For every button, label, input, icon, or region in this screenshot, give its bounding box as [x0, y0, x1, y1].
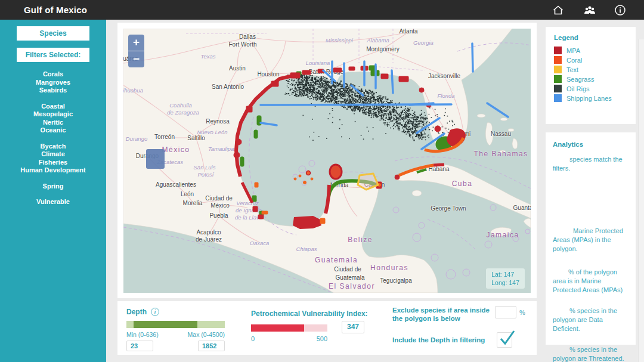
- map-label: Guatemala: [315, 256, 358, 264]
- main-content: d JuárezDallasFort WorthAustinHoustonSan…: [106, 20, 644, 362]
- sidebar: Species Filters Selected: CoralsMangrove…: [0, 20, 106, 362]
- filter-human-development[interactable]: Human Development: [0, 166, 106, 175]
- map-label: Puebla: [209, 212, 228, 219]
- map-label: Baton Rouge: [309, 69, 343, 75]
- filter-mesopelagic[interactable]: Mesopelagic: [0, 110, 106, 119]
- analytics-line: % of the polygon area is in Marine Prote…: [553, 268, 628, 295]
- lat-label: Lat:: [491, 271, 502, 278]
- admin-boundaries: [186, 29, 425, 70]
- long-value: 147: [509, 279, 519, 286]
- legend-item-seagrass: Seagrass: [554, 75, 627, 83]
- topbar: Gulf of Mexico: [0, 0, 644, 20]
- map-label: Cancún: [364, 181, 385, 188]
- include-depth-label: Include the Depth in filtering: [392, 336, 495, 344]
- map-label: Nassau: [491, 131, 511, 137]
- depth-min-label: Min (0-636): [126, 331, 159, 338]
- depth-info-icon[interactable]: i: [151, 308, 159, 316]
- landmass: [123, 29, 531, 293]
- info-icon[interactable]: [614, 4, 626, 16]
- map-label: Mississippi: [326, 37, 353, 44]
- filter-seabirds[interactable]: Seabirds: [0, 86, 106, 95]
- filter-climate[interactable]: Climate: [0, 150, 106, 159]
- filter-list: CoralsMangrovesSeabirdsCoastalMesopelagi…: [0, 70, 106, 206]
- map-label: Oaxaca: [250, 240, 270, 246]
- drawn-polygon[interactable]: [358, 174, 378, 190]
- users-icon[interactable]: [583, 4, 595, 16]
- long-label: Long:: [491, 279, 507, 286]
- pvi-fill: [251, 324, 304, 332]
- map-label: Reynosa: [206, 118, 229, 125]
- map-label: Austin: [229, 65, 246, 72]
- map-label: Houston: [257, 71, 279, 78]
- map-label: Cuba: [452, 180, 473, 188]
- legend-label: Shipping Lanes: [566, 95, 612, 102]
- map-label: Coahuila: [169, 102, 192, 109]
- filter-group: CoralsMangrovesSeabirds: [0, 70, 106, 95]
- depth-max-input[interactable]: [198, 341, 225, 351]
- filter-bycatch[interactable]: Bycatch: [0, 143, 106, 151]
- depth-filter-checkmark: [501, 331, 514, 344]
- filters-selected-button[interactable]: Filters Selected:: [17, 48, 89, 62]
- legend-items: MPACoralTextSeagrassOil RigsShipping Lan…: [554, 47, 627, 102]
- include-depth-checkbox[interactable]: [497, 332, 512, 348]
- map-label: México: [210, 202, 230, 209]
- shipping-lanes-layer: [261, 44, 508, 149]
- ocean: [123, 29, 531, 293]
- legend-label: Seagrass: [566, 76, 594, 83]
- checkmark-icon: [498, 329, 516, 346]
- coral-layer: [255, 138, 463, 224]
- map-basemap: [123, 29, 531, 293]
- filter-neritic[interactable]: Neritic: [0, 119, 106, 127]
- depth-slider[interactable]: [126, 321, 225, 328]
- exclude-percent-input[interactable]: [495, 306, 516, 318]
- map-label: Ciudad de: [334, 266, 361, 273]
- home-icon[interactable]: [552, 4, 564, 16]
- filter-vulnerable[interactable]: Vulnerable: [0, 198, 106, 206]
- map-label: Tamaulipas: [208, 146, 237, 152]
- depth-min-input[interactable]: [126, 341, 153, 351]
- oil-rigs-canvas: [123, 29, 531, 293]
- depth-section: Depth i Min (0-636) Max (0-4500): [126, 308, 228, 351]
- filter-coastal[interactable]: Coastal: [0, 103, 106, 111]
- legend-swatch: [554, 47, 562, 54]
- map-label: Montgomery: [366, 46, 400, 52]
- legend-swatch: [554, 56, 562, 64]
- filter-group: CoastalMesopelagicNeriticOceanic: [0, 103, 106, 135]
- species-button[interactable]: Species: [17, 26, 89, 41]
- app-title: Gulf of Mexico: [24, 5, 87, 15]
- depth-max-label: Max (0-4500): [188, 331, 225, 338]
- map-label: Morelia: [183, 200, 203, 206]
- topbar-icons: [552, 4, 626, 16]
- map-label: Ciudad de: [205, 195, 233, 202]
- legend-item-shipping-lanes: Shipping Lanes: [554, 94, 627, 102]
- map-label: Aguascalientes: [156, 181, 196, 188]
- legend-label: MPA: [566, 47, 580, 54]
- map-label: Belize: [348, 236, 373, 244]
- scroll-strip[interactable]: [638, 39, 644, 362]
- map[interactable]: d JuárezDallasFort WorthAustinHoustonSan…: [123, 29, 531, 293]
- map-label: El Salvador: [329, 282, 375, 290]
- map-label: Chihuahua: [123, 87, 143, 94]
- filter-spring[interactable]: Spring: [0, 182, 106, 191]
- map-label: Nuevo León: [197, 129, 227, 135]
- zoom-in-button[interactable]: +: [128, 35, 144, 51]
- map-label: Acapulco: [196, 229, 221, 236]
- zoom-out-button[interactable]: −: [128, 51, 144, 67]
- filter-mangroves[interactable]: Mangroves: [0, 79, 106, 87]
- map-label: León: [181, 191, 194, 197]
- mpa-ellipse-marker: [330, 165, 342, 179]
- depth-slider-fill[interactable]: [134, 321, 197, 328]
- draw-polygon-button[interactable]: [146, 149, 165, 169]
- legend-title: Legend: [554, 34, 627, 41]
- map-label: de Juárez: [196, 236, 222, 243]
- filter-oceanic[interactable]: Oceanic: [0, 126, 106, 135]
- map-label: Jacksonville: [428, 73, 460, 79]
- filter-group: BycatchClimateFisheriesHuman Development: [0, 143, 106, 175]
- map-label: México: [162, 146, 190, 154]
- map-label: Miami: [455, 131, 471, 137]
- map-label: Durango: [126, 135, 147, 142]
- legend-swatch: [554, 85, 562, 92]
- boundary-circles: [293, 160, 530, 279]
- filter-corals[interactable]: Corals: [0, 70, 106, 79]
- filter-fisheries[interactable]: Fisheries: [0, 159, 106, 167]
